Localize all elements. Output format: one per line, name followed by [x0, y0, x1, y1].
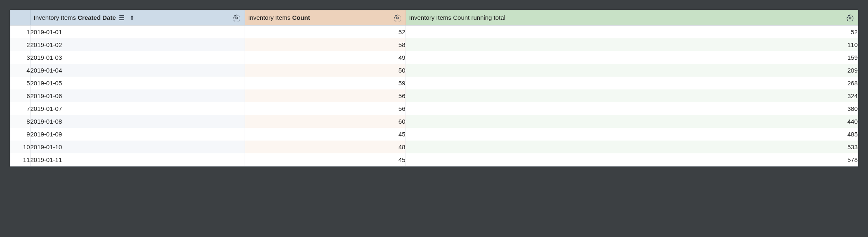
- row-number: 9: [10, 128, 30, 141]
- cell-created-date[interactable]: 2019-01-04: [30, 64, 245, 77]
- row-number: 4: [10, 64, 30, 77]
- column-label: Inventory Items Count: [248, 10, 310, 25]
- row-number: 10: [10, 141, 30, 153]
- column-header-count[interactable]: Inventory Items Count: [245, 10, 406, 26]
- row-number: 5: [10, 77, 30, 89]
- cell-count[interactable]: 49: [245, 51, 406, 64]
- cell-created-date[interactable]: 2019-01-10: [30, 141, 245, 153]
- cell-created-date[interactable]: 2019-01-02: [30, 38, 245, 51]
- column-header-created-date[interactable]: Inventory Items Created Date: [30, 10, 245, 26]
- cell-count[interactable]: 56: [245, 102, 406, 115]
- cell-count[interactable]: 56: [245, 89, 406, 102]
- cell-count[interactable]: 45: [245, 128, 406, 141]
- header-row: Inventory Items Created Date: [10, 10, 858, 26]
- cell-count[interactable]: 45: [245, 153, 406, 166]
- cell-running-total[interactable]: 533: [406, 141, 858, 153]
- cell-created-date[interactable]: 2019-01-08: [30, 115, 245, 128]
- table-row[interactable]: 52019-01-0559268: [10, 77, 858, 89]
- table-row[interactable]: 22019-01-0258110: [10, 38, 858, 51]
- cell-count[interactable]: 58: [245, 38, 406, 51]
- cell-created-date[interactable]: 2019-01-11: [30, 153, 245, 166]
- row-number: 2: [10, 38, 30, 51]
- table-row[interactable]: 102019-01-1048533: [10, 141, 858, 153]
- row-number: 7: [10, 102, 30, 115]
- table-row[interactable]: 92019-01-0945485: [10, 128, 858, 141]
- cell-running-total[interactable]: 52: [406, 26, 858, 38]
- gear-icon[interactable]: [233, 14, 241, 21]
- cell-running-total[interactable]: 324: [406, 89, 858, 102]
- cell-running-total[interactable]: 380: [406, 102, 858, 115]
- cell-running-total[interactable]: 209: [406, 64, 858, 77]
- cell-created-date[interactable]: 2019-01-06: [30, 89, 245, 102]
- table-row[interactable]: 112019-01-1145578: [10, 153, 858, 166]
- row-number: 6: [10, 89, 30, 102]
- cell-running-total[interactable]: 440: [406, 115, 858, 128]
- cell-count[interactable]: 48: [245, 141, 406, 153]
- row-number: 8: [10, 115, 30, 128]
- cell-created-date[interactable]: 2019-01-05: [30, 77, 245, 89]
- row-number: 3: [10, 51, 30, 64]
- cell-running-total[interactable]: 110: [406, 38, 858, 51]
- sort-asc-icon[interactable]: [128, 14, 136, 21]
- data-table-panel: Inventory Items Created Date: [10, 10, 858, 167]
- cell-count[interactable]: 52: [245, 26, 406, 38]
- table-row[interactable]: 82019-01-0860440: [10, 115, 858, 128]
- gear-icon[interactable]: [394, 14, 401, 21]
- cell-created-date[interactable]: 2019-01-01: [30, 26, 245, 38]
- column-header-running-total[interactable]: Inventory Items Count running total: [406, 10, 858, 26]
- column-label: Inventory Items Count running total: [409, 10, 505, 25]
- results-table: Inventory Items Created Date: [10, 10, 858, 166]
- table-row[interactable]: 72019-01-0756380: [10, 102, 858, 115]
- pivot-icon[interactable]: [118, 14, 126, 21]
- column-label: Inventory Items Created Date: [34, 10, 116, 25]
- cell-count[interactable]: 59: [245, 77, 406, 89]
- cell-count[interactable]: 60: [245, 115, 406, 128]
- table-row[interactable]: 62019-01-0656324: [10, 89, 858, 102]
- gear-icon[interactable]: [846, 14, 854, 21]
- table-row[interactable]: 42019-01-0450209: [10, 64, 858, 77]
- cell-running-total[interactable]: 578: [406, 153, 858, 166]
- row-number: 11: [10, 153, 30, 166]
- cell-running-total[interactable]: 268: [406, 77, 858, 89]
- cell-running-total[interactable]: 159: [406, 51, 858, 64]
- cell-created-date[interactable]: 2019-01-03: [30, 51, 245, 64]
- cell-running-total[interactable]: 485: [406, 128, 858, 141]
- cell-count[interactable]: 50: [245, 64, 406, 77]
- cell-created-date[interactable]: 2019-01-09: [30, 128, 245, 141]
- column-header-rownum[interactable]: [10, 10, 30, 26]
- row-number: 1: [10, 26, 30, 38]
- cell-created-date[interactable]: 2019-01-07: [30, 102, 245, 115]
- table-row[interactable]: 32019-01-0349159: [10, 51, 858, 64]
- table-row[interactable]: 12019-01-015252: [10, 26, 858, 38]
